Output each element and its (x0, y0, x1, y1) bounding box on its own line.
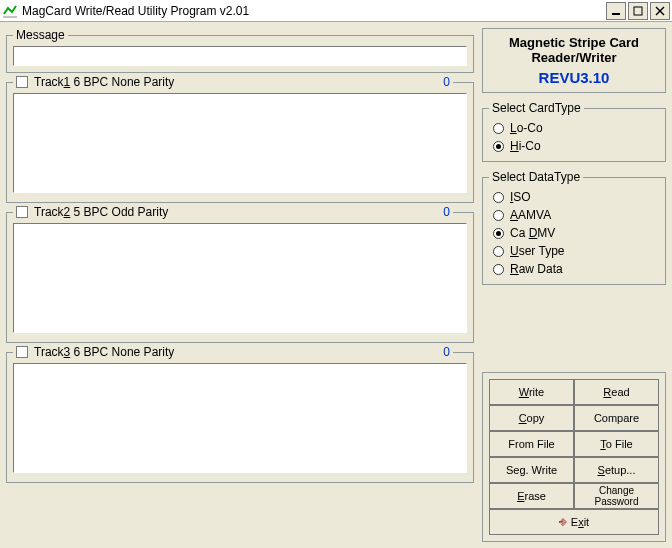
track1-count: 0 (443, 75, 450, 89)
track3-checkbox[interactable] (16, 346, 28, 358)
track3-group: Track3 6 BPC None Parity 0 (6, 345, 474, 483)
copy-button[interactable]: Copy (489, 405, 574, 431)
titlebar: MagCard Write/Read Utility Program v2.01 (0, 0, 672, 22)
cardtype-legend: Select CardType (489, 101, 584, 115)
exit-button[interactable]: ⎆ Exit (489, 509, 659, 535)
app-icon (2, 3, 18, 19)
track1-checkbox[interactable] (16, 76, 28, 88)
track2-textarea[interactable] (13, 223, 467, 333)
radio-label: AAMVA (510, 208, 551, 222)
track3-count: 0 (443, 345, 450, 359)
exit-icon: ⎆ (559, 515, 567, 529)
datatype-option-2[interactable]: Ca DMV (493, 226, 655, 240)
cardtype-group: Select CardType Lo-CoHi-Co (482, 101, 666, 162)
track2-group: Track2 5 BPC Odd Parity 0 (6, 205, 474, 343)
button-panel: Write Read Copy Compare From File To Fil… (482, 372, 666, 542)
radio-icon (493, 228, 504, 239)
track2-checkbox[interactable] (16, 206, 28, 218)
radio-icon (493, 210, 504, 221)
track2-count: 0 (443, 205, 450, 219)
track1-label: Track1 6 BPC None Parity (34, 75, 174, 89)
radio-icon (493, 246, 504, 257)
track3-textarea[interactable] (13, 363, 467, 473)
datatype-legend: Select DataType (489, 170, 583, 184)
track1-textarea[interactable] (13, 93, 467, 193)
maximize-button[interactable] (628, 2, 648, 20)
erase-button[interactable]: Erase (489, 483, 574, 509)
cardtype-option-0[interactable]: Lo-Co (493, 121, 655, 135)
message-group: Message (6, 28, 474, 73)
radio-icon (493, 192, 504, 203)
device-info: Magnetic Stripe Card Reader/Writer REVU3… (482, 28, 666, 93)
datatype-option-0[interactable]: ISO (493, 190, 655, 204)
write-button[interactable]: Write (489, 379, 574, 405)
compare-button[interactable]: Compare (574, 405, 659, 431)
radio-label: Lo-Co (510, 121, 543, 135)
radio-label: Hi-Co (510, 139, 541, 153)
minimize-button[interactable] (606, 2, 626, 20)
message-legend: Message (13, 28, 68, 42)
segwrite-button[interactable]: Seg. Write (489, 457, 574, 483)
radio-icon (493, 264, 504, 275)
tofile-button[interactable]: To File (574, 431, 659, 457)
datatype-option-4[interactable]: Raw Data (493, 262, 655, 276)
change-password-button[interactable]: ChangePassword (574, 483, 659, 509)
device-line2: Reader/Writer (491, 50, 657, 65)
message-input[interactable] (13, 46, 467, 66)
datatype-group: Select DataType ISOAAMVACa DMVUser TypeR… (482, 170, 666, 285)
device-rev: REVU3.10 (491, 69, 657, 86)
cardtype-option-1[interactable]: Hi-Co (493, 139, 655, 153)
track1-group: Track1 6 BPC None Parity 0 (6, 75, 474, 203)
radio-label: ISO (510, 190, 531, 204)
radio-label: Ca DMV (510, 226, 555, 240)
close-button[interactable] (650, 2, 670, 20)
track2-label: Track2 5 BPC Odd Parity (34, 205, 168, 219)
datatype-option-1[interactable]: AAMVA (493, 208, 655, 222)
track3-label: Track3 6 BPC None Parity (34, 345, 174, 359)
fromfile-button[interactable]: From File (489, 431, 574, 457)
radio-icon (493, 123, 504, 134)
datatype-option-3[interactable]: User Type (493, 244, 655, 258)
svg-rect-2 (634, 7, 642, 15)
window-title: MagCard Write/Read Utility Program v2.01 (22, 4, 249, 18)
device-line1: Magnetic Stripe Card (491, 35, 657, 50)
setup-button[interactable]: Setup... (574, 457, 659, 483)
radio-label: Raw Data (510, 262, 563, 276)
read-button[interactable]: Read (574, 379, 659, 405)
radio-icon (493, 141, 504, 152)
radio-label: User Type (510, 244, 564, 258)
